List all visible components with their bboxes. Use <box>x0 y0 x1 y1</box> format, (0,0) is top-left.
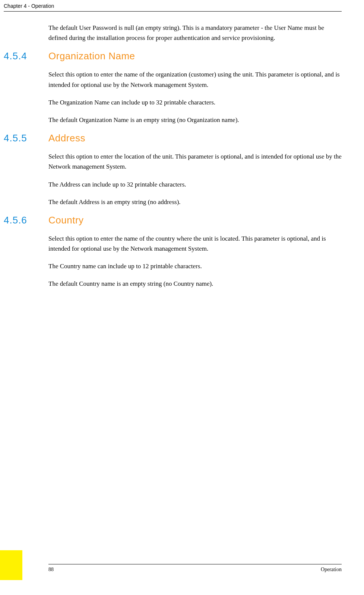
body-paragraph: The default Address is an empty string (… <box>48 197 342 207</box>
section-title: Country <box>48 214 84 226</box>
page-number: 88 <box>48 567 54 573</box>
body-paragraph: Select this option to enter the name of … <box>48 234 342 254</box>
section-number: 4.5.5 <box>4 132 48 144</box>
chapter-title: Chapter 4 - Operation <box>4 3 54 9</box>
page-header: Chapter 4 - Operation <box>4 0 342 12</box>
section-title: Address <box>48 132 85 144</box>
footer-section-label: Operation <box>321 567 342 573</box>
page-content: The default User Password is null (an em… <box>0 12 364 289</box>
section-number: 4.5.6 <box>4 214 48 226</box>
body-paragraph: The default Country name is an empty str… <box>48 279 342 289</box>
body-paragraph: The Organization Name can include up to … <box>48 97 342 107</box>
intro-paragraph: The default User Password is null (an em… <box>48 23 342 43</box>
body-paragraph: Select this option to enter the name of … <box>48 69 342 90</box>
body-paragraph: The default Organization Name is an empt… <box>48 115 342 125</box>
section-title: Organization Name <box>48 50 135 62</box>
body-paragraph: The Country name can include up to 12 pr… <box>48 261 342 271</box>
section-heading-organization: 4.5.4 Organization Name <box>4 50 342 62</box>
body-paragraph: The Address can include up to 32 printab… <box>48 179 342 190</box>
page-footer: 88 Operation <box>0 561 342 573</box>
section-heading-address: 4.5.5 Address <box>4 132 342 144</box>
section-number: 4.5.4 <box>4 50 48 62</box>
section-heading-country: 4.5.6 Country <box>4 214 342 226</box>
body-paragraph: Select this option to enter the location… <box>48 151 342 172</box>
